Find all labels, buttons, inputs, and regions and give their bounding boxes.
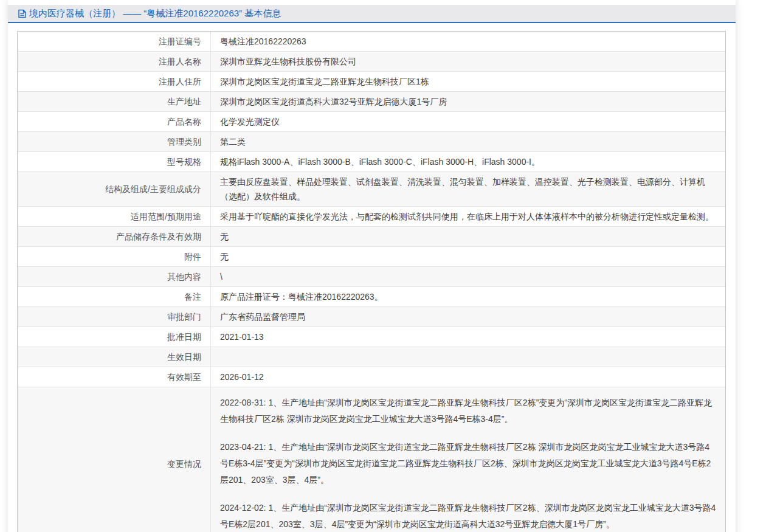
table-row: 结构及组成/主要组成成分 主要由反应盘装置、样品处理装置、试剂盘装置、清洗装置、…	[18, 172, 725, 207]
row-label: 其他内容	[18, 267, 210, 286]
table-row: 有效期至 2026-01-12	[18, 367, 725, 387]
table-row: 产品储存条件及有效期 无	[18, 227, 725, 247]
row-label: 备注	[18, 287, 210, 306]
table-row: 生产地址 深圳市龙岗区宝龙街道高科大道32号亚辉龙启德大厦1号厂房	[18, 92, 725, 112]
row-value: 第二类	[210, 132, 725, 151]
table-row: 备注 原产品注册证号：粤械注准20162220263。	[18, 287, 725, 307]
change-entry: 2023-04-21: 1、生产地址由“深圳市龙岗区宝龙街道宝龙二路亚辉龙生物科…	[220, 439, 717, 488]
table-row: 型号规格 规格iFlash 3000-A、iFlash 3000-B、iFlas…	[18, 152, 725, 172]
row-label: 有效期至	[18, 367, 210, 387]
row-label: 管理类别	[18, 132, 210, 151]
row-value: 2022-08-31: 1、生产地址由“深圳市龙岗区宝龙街道宝龙二路亚辉龙生物科…	[210, 387, 725, 532]
row-value: 无	[210, 227, 725, 246]
table-row: 注册人住所 深圳市龙岗区宝龙街道宝龙二路亚辉龙生物科技厂区1栋	[18, 72, 725, 92]
row-value	[210, 347, 725, 367]
table-row: 附件 无	[18, 247, 725, 267]
row-label: 审批部门	[18, 307, 210, 326]
row-value: 粤械注准20162220263	[210, 32, 725, 51]
table-row: 批准日期 2021-01-13	[18, 327, 725, 347]
row-value: 化学发光测定仪	[210, 112, 725, 131]
row-label: 注册人住所	[18, 72, 210, 91]
table-row: 产品名称 化学发光测定仪	[18, 112, 725, 132]
row-value: 2021-01-13	[210, 327, 725, 347]
row-value: \	[210, 267, 725, 286]
change-entry: 2022-08-31: 1、生产地址由“深圳市龙岗区宝龙街道宝龙二路亚辉龙生物科…	[220, 395, 717, 427]
table-row: 其他内容 \	[18, 267, 725, 287]
row-value: 原产品注册证号：粤械注准20162220263。	[210, 287, 725, 306]
table-row: 生效日期	[18, 347, 725, 367]
row-value: 主要由反应盘装置、样品处理装置、试剂盘装置、清洗装置、混匀装置、加样装置、温控装…	[210, 172, 725, 206]
table-row: 管理类别 第二类	[18, 132, 725, 152]
row-value: 2026-01-12	[210, 367, 725, 387]
table-row: 注册证编号 粤械注准20162220263	[18, 32, 725, 52]
row-label: 注册证编号	[18, 32, 210, 51]
page-title: 境内医疗器械（注册） —— “粤械注准20162220263” 基本信息	[29, 4, 281, 22]
row-label: 变更情况	[18, 387, 210, 532]
table-row-change-history: 变更情况 2022-08-31: 1、生产地址由“深圳市龙岗区宝龙街道宝龙二路亚…	[18, 387, 725, 532]
page-container: 境内医疗器械（注册） —— “粤械注准20162220263” 基本信息 注册证…	[8, 0, 736, 532]
registration-info-table: 注册证编号 粤械注准20162220263 注册人名称 深圳市亚辉龙生物科技股份…	[17, 31, 726, 532]
row-label: 产品储存条件及有效期	[18, 227, 210, 246]
row-value: 规格iFlash 3000-A、iFlash 3000-B、iFlash 300…	[210, 152, 725, 171]
row-label: 结构及组成/主要组成成分	[18, 172, 210, 206]
row-label: 产品名称	[18, 112, 210, 131]
row-label: 型号规格	[18, 152, 210, 171]
row-label: 生效日期	[18, 347, 210, 367]
row-value: 深圳市龙岗区宝龙街道宝龙二路亚辉龙生物科技厂区1栋	[210, 72, 725, 91]
row-value: 无	[210, 247, 725, 266]
change-entry: 2024-12-02: 1、生产地址由“深圳市龙岗区宝龙街道宝龙二路亚辉龙生物科…	[220, 500, 717, 532]
row-value: 广东省药品监督管理局	[210, 307, 725, 326]
row-label: 生产地址	[18, 92, 210, 111]
row-label: 适用范围/预期用途	[18, 207, 210, 226]
document-icon	[18, 9, 27, 18]
table-row: 注册人名称 深圳市亚辉龙生物科技股份有限公司	[18, 52, 725, 72]
row-value: 深圳市亚辉龙生物科技股份有限公司	[210, 52, 725, 71]
section-header: 境内医疗器械（注册） —— “粤械注准20162220263” 基本信息	[8, 5, 736, 23]
row-value: 深圳市龙岗区宝龙街道高科大道32号亚辉龙启德大厦1号厂房	[210, 92, 725, 111]
row-label: 注册人名称	[18, 52, 210, 71]
row-value: 采用基于吖啶酯的直接化学发光法，与配套的检测试剂共同使用，在临床上用于对人体体液…	[210, 207, 725, 226]
row-label: 附件	[18, 247, 210, 266]
row-label: 批准日期	[18, 327, 210, 347]
table-row: 适用范围/预期用途 采用基于吖啶酯的直接化学发光法，与配套的检测试剂共同使用，在…	[18, 207, 725, 227]
table-row: 审批部门 广东省药品监督管理局	[18, 307, 725, 327]
